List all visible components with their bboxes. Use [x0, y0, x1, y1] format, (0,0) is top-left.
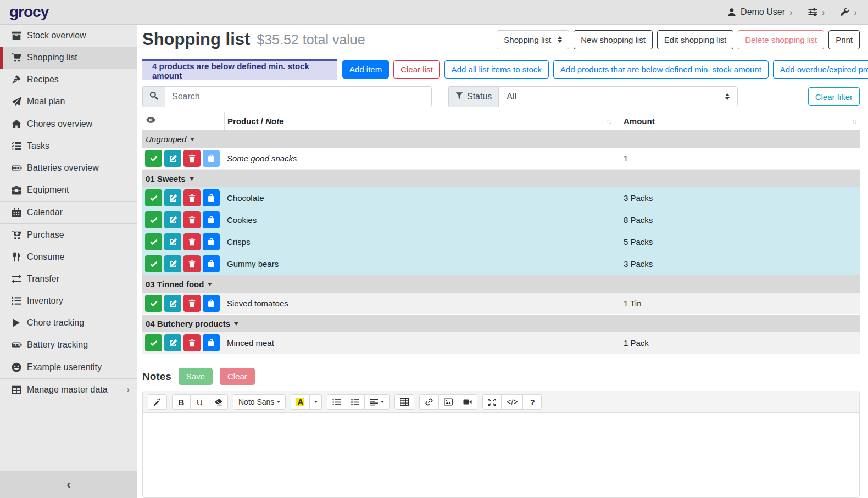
sidebar-item-label: Recipes — [27, 75, 59, 85]
edit-item-button[interactable] — [164, 233, 181, 250]
clear-filter-button[interactable]: Clear filter — [808, 87, 860, 106]
delete-shopping-list-button[interactable]: Delete shopping list — [738, 30, 824, 49]
below-min-stock-alert[interactable]: 4 products are below defined min. stock … — [142, 59, 337, 80]
amount: 5 Packs — [615, 231, 860, 253]
product-column-header[interactable]: Product / Note ↑↓ — [224, 112, 615, 130]
sidebar-item-recipes[interactable]: Recipes — [0, 69, 137, 91]
ordered-list-button[interactable] — [346, 394, 365, 410]
eraser-button[interactable] — [209, 394, 228, 410]
insert-video-button[interactable] — [458, 394, 477, 410]
sidebar-item-chore-tracking[interactable]: Chore tracking — [0, 312, 137, 334]
delete-item-button[interactable] — [183, 233, 201, 250]
user-menu[interactable]: Demo User › — [727, 7, 793, 17]
help-button[interactable]: ? — [523, 394, 542, 410]
mark-done-button[interactable] — [145, 211, 162, 228]
edit-shopping-list-button[interactable]: Edit shopping list — [657, 30, 733, 49]
mark-done-button[interactable] — [145, 334, 162, 351]
add-to-stock-button[interactable] — [203, 255, 220, 272]
sidebar-item-calendar[interactable]: Calendar — [0, 202, 137, 223]
insert-table-button[interactable] — [394, 394, 414, 410]
insert-link-button[interactable] — [419, 394, 439, 410]
table-icon — [11, 385, 22, 395]
sidebar-item-example-userentity[interactable]: Example userentity — [0, 356, 137, 378]
amount-column-header[interactable]: Amount ↑↓ — [615, 112, 860, 130]
bold-button[interactable]: B — [172, 394, 191, 410]
mark-done-button[interactable] — [145, 255, 162, 272]
sidebar-item-label: Meal plan — [27, 97, 65, 107]
delete-item-button[interactable] — [183, 334, 201, 351]
pizza-icon — [11, 75, 22, 85]
settings-menu[interactable]: › — [808, 8, 825, 17]
search-input[interactable] — [165, 86, 432, 107]
new-shopping-list-button[interactable]: New shopping list — [574, 30, 653, 49]
edit-item-button[interactable] — [164, 334, 181, 351]
add-to-stock-button[interactable] — [203, 150, 220, 167]
sort-icon: ↑↓ — [852, 117, 856, 125]
print-button[interactable]: Print — [828, 30, 860, 49]
sidebar-item-transfer[interactable]: Transfer — [0, 268, 137, 290]
add-item-button[interactable]: Add item — [342, 60, 389, 79]
sidebar-item-consume[interactable]: Consume — [0, 246, 137, 268]
sidebar-item-tasks[interactable]: Tasks — [0, 135, 137, 157]
mark-done-button[interactable] — [145, 150, 162, 167]
sidebar-item-equipment[interactable]: Equipment — [0, 179, 137, 201]
status-select[interactable]: All — [498, 86, 738, 107]
font-family-button[interactable]: Noto Sans — [233, 394, 286, 410]
fullscreen-button[interactable] — [482, 394, 502, 410]
sidebar-item-stock-overview[interactable]: Stock overview — [0, 25, 137, 47]
add-to-stock-button[interactable] — [203, 189, 220, 206]
notes-textarea[interactable] — [143, 413, 859, 497]
mark-done-button[interactable] — [145, 295, 162, 312]
insert-picture-button[interactable] — [439, 394, 458, 410]
font-color-button[interactable]: A — [291, 394, 310, 410]
edit-item-button[interactable] — [164, 255, 181, 272]
sort-icon: ↑↓ — [606, 117, 611, 125]
group-header[interactable]: 04 Butchery products — [142, 315, 860, 332]
delete-item-button[interactable] — [183, 255, 201, 272]
add-overdue-button[interactable]: Add overdue/expired products — [773, 60, 868, 79]
clear-list-button[interactable]: Clear list — [393, 60, 439, 79]
edit-item-button[interactable] — [164, 295, 181, 312]
edit-item-button[interactable] — [164, 150, 181, 167]
mark-done-button[interactable] — [145, 189, 162, 206]
sidebar-item-manage-master-data[interactable]: Manage master data › — [0, 379, 137, 401]
unordered-list-button[interactable] — [327, 394, 346, 410]
sidebar-item-inventory[interactable]: Inventory — [0, 290, 137, 312]
add-below-min-button[interactable]: Add products that are below defined min.… — [553, 60, 769, 79]
sidebar-item-batteries-overview[interactable]: Batteries overview — [0, 157, 137, 179]
group-header[interactable]: 03 Tinned food — [142, 275, 860, 293]
sidebar-item-meal-plan[interactable]: Meal plan — [0, 91, 137, 113]
magic-style-button[interactable] — [148, 394, 167, 410]
delete-item-button[interactable] — [183, 211, 201, 228]
add-to-stock-button[interactable] — [203, 295, 220, 312]
admin-menu[interactable]: › — [840, 8, 857, 17]
save-notes-button[interactable]: Save — [179, 368, 213, 385]
battery-icon — [11, 163, 22, 173]
cart-plus-icon — [11, 230, 22, 240]
add-to-stock-button[interactable] — [203, 211, 220, 228]
sidebar-item-shopping-list[interactable]: Shopping list — [0, 47, 137, 69]
sidebar-collapse-button[interactable]: ‹ — [0, 471, 137, 498]
mark-done-button[interactable] — [145, 233, 162, 250]
group-header[interactable]: 01 Sweets — [142, 170, 860, 187]
sidebar-item-purchase[interactable]: Purchase — [0, 224, 137, 246]
edit-item-button[interactable] — [164, 211, 181, 228]
font-color-caret-button[interactable] — [310, 394, 322, 410]
delete-item-button[interactable] — [183, 295, 201, 312]
paragraph-align-button[interactable] — [365, 394, 390, 410]
clear-notes-button[interactable]: Clear — [220, 368, 255, 385]
edit-item-button[interactable] — [164, 189, 181, 206]
codeview-button[interactable]: </> — [502, 394, 523, 410]
add-to-stock-button[interactable] — [203, 233, 220, 250]
add-all-to-stock-button[interactable]: Add all list items to stock — [444, 60, 549, 79]
group-header[interactable]: Ungrouped — [142, 130, 860, 148]
amount: 1 — [615, 148, 860, 169]
chevron-down-icon — [208, 283, 212, 286]
delete-item-button[interactable] — [183, 150, 201, 167]
delete-item-button[interactable] — [183, 189, 201, 206]
shopping-list-select[interactable]: Shopping list — [497, 30, 569, 49]
sidebar-item-chores-overview[interactable]: Chores overview — [0, 113, 137, 135]
add-to-stock-button[interactable] — [203, 334, 220, 351]
underline-button[interactable]: U — [191, 394, 209, 410]
sidebar-item-battery-tracking[interactable]: Battery tracking — [0, 334, 137, 356]
